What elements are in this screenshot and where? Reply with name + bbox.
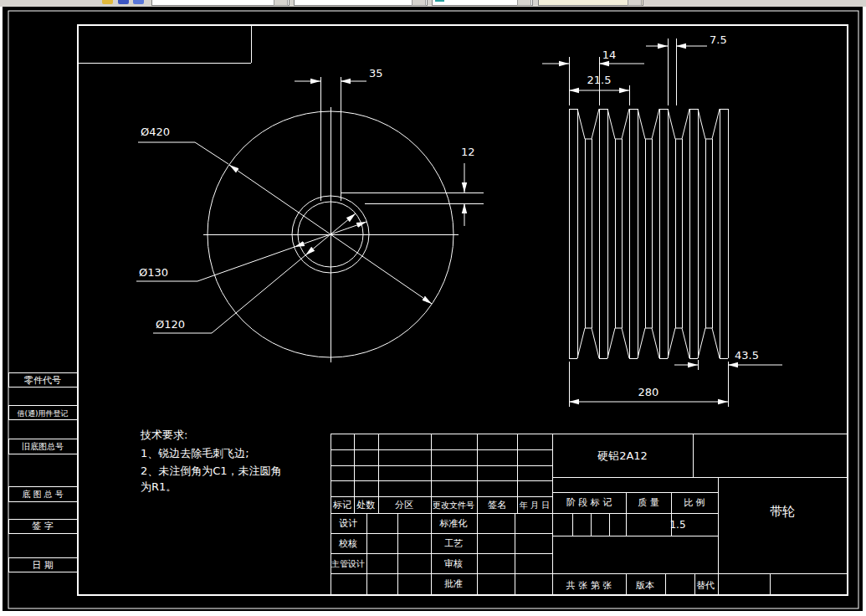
dim-label-21-5: 21.5	[587, 74, 612, 86]
tech-req-line-2: 2、未注倒角为C1，未注圆角	[141, 465, 282, 477]
groove-bottom-verticals	[585, 139, 712, 328]
tb-row-chief-design: 主管设计	[331, 559, 365, 568]
tb-row-review: 审核	[444, 558, 463, 569]
dia420-leader	[138, 142, 228, 164]
margin-label-old-base-no: 旧底图总号	[22, 442, 64, 451]
dim-label-12: 12	[461, 146, 475, 158]
chevron-down-icon[interactable]: ▾	[517, 0, 531, 6]
chevron-down-icon[interactable]: ▾	[412, 0, 426, 6]
toolbar-dropdown-3[interactable]: ▾	[432, 0, 533, 6]
margin-label-signature: 签 字	[32, 521, 54, 531]
dim-label-7-5: 7.5	[710, 33, 727, 46]
dim-label-14: 14	[602, 49, 617, 61]
tb-row-standardize: 标准化	[439, 518, 468, 529]
toolbar: ▾ ▾ ▾ ▾	[0, 0, 866, 7]
tb-header-date: 年 月 日	[520, 501, 550, 510]
tb-header-mark: 标记	[332, 500, 351, 511]
color-swatch-icon	[435, 0, 444, 2]
tb-row-check: 校核	[338, 538, 357, 549]
tech-req-line-3: 为R1。	[141, 480, 177, 493]
dim-label-dia120: Ø120	[156, 318, 185, 331]
front-view-pulley	[136, 77, 484, 362]
toolbar-icon-3[interactable]	[133, 0, 144, 4]
tb-header-sign: 签名	[488, 500, 506, 511]
sheet-border	[8, 11, 858, 608]
toolbar-dropdown-1[interactable]: ▾	[151, 0, 290, 6]
drawing-svg[interactable]: 零件代号 借(通)用件登记 旧底图总号 底 图 总 号 签 字 日 期 35 1…	[0, 0, 866, 616]
tb-header-change-file: 更改文件号	[433, 501, 474, 510]
toolbar-dropdown-2[interactable]: ▾	[294, 0, 428, 6]
side-view-dimension-labels: 14 21.5 7.5 43.5 280	[587, 33, 759, 398]
tb-scale-value: 1.5	[669, 519, 685, 531]
chevron-down-icon[interactable]: ▾	[628, 0, 642, 6]
tb-header-zone: 分区	[395, 500, 413, 511]
tb-scale-label: 比 例	[684, 497, 705, 508]
keyway-depth-extension-lines	[341, 192, 484, 203]
tb-row-design: 设计	[339, 518, 357, 529]
title-block: 标记 处数 分区 更改文件号 签名 年 月 日 设计 校核 主管设计 标准化 工…	[331, 449, 795, 591]
chevron-down-icon[interactable]: ▾	[274, 0, 288, 6]
tb-sheet-info: 共 张 第 张	[566, 580, 612, 591]
groove-edge-verticals	[569, 109, 728, 358]
tb-stage-label: 阶 段 标 记	[566, 497, 612, 508]
front-view-dimension-labels: 35 12 Ø420 Ø130 Ø120	[139, 67, 475, 331]
tb-substitute-label: 替代	[696, 580, 715, 591]
tb-material: 硬铝2A12	[597, 449, 648, 462]
side-view-extension-lines	[569, 38, 728, 407]
tech-requirements: 技术要求: 1、锐边去除毛刺飞边; 2、未注倒角为C1，未注圆角 为R1。	[140, 429, 282, 493]
dim-label-43-5: 43.5	[735, 349, 759, 362]
tb-mass-label: 质 量	[638, 497, 659, 508]
toolbar-dropdown-4[interactable]: ▾	[538, 0, 643, 6]
dim-label-dia420: Ø420	[141, 126, 170, 138]
tb-row-approve: 批准	[444, 578, 463, 589]
margin-label-column: 零件代号 借(通)用件登记 旧底图总号 底 图 总 号 签 字 日 期	[17, 375, 68, 571]
tb-header-count: 处数	[356, 500, 375, 511]
toolbar-icon-2[interactable]	[118, 0, 129, 4]
tb-part-name: 带轮	[770, 504, 795, 519]
dim-label-35: 35	[369, 67, 383, 80]
margin-label-borrowed: 借(通)用件登记	[17, 409, 68, 418]
rib-edges	[569, 109, 728, 358]
tech-req-title: 技术要求:	[140, 429, 187, 441]
toolbar-icon-1[interactable]	[102, 0, 113, 4]
tb-version-label: 版本	[636, 580, 654, 591]
dim-label-dia130: Ø130	[139, 266, 168, 279]
margin-label-base-no: 底 图 总 号	[22, 490, 64, 499]
margin-label-date: 日 期	[32, 560, 54, 571]
dim-label-280: 280	[638, 386, 659, 398]
margin-label-part-code: 零件代号	[24, 375, 61, 386]
tb-row-process: 工艺	[444, 538, 463, 549]
tech-req-line-1: 1、锐边去除毛刺飞边;	[141, 447, 249, 459]
